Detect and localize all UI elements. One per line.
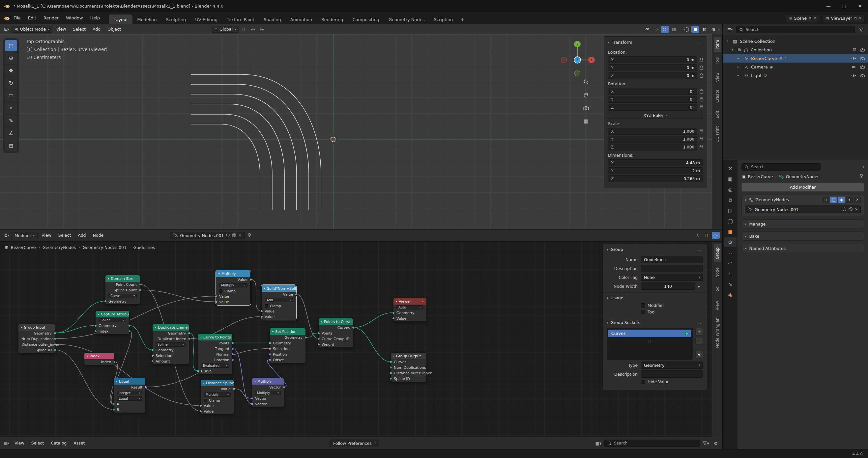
hide-value-checkbox[interactable]: Hide Value bbox=[641, 379, 670, 384]
add-modifier-button[interactable]: Add Modifier bbox=[741, 183, 864, 192]
socket-in[interactable] bbox=[390, 377, 392, 380]
dropdown[interactable]: Evaluated▾ bbox=[201, 363, 229, 368]
viewport-menu-object[interactable]: Object bbox=[104, 25, 124, 33]
node-capture-attribute[interactable]: ▾Capture AttributeSpline▾GeometryIndex bbox=[95, 310, 129, 334]
node-socket-row-value[interactable]: Value bbox=[201, 403, 234, 408]
filter-icon[interactable]: ▾ bbox=[702, 439, 710, 447]
tool-move-icon[interactable]: ✥ bbox=[5, 65, 17, 76]
workspace-tab-rendering[interactable]: Rendering bbox=[317, 14, 348, 24]
node-collapse-icon[interactable]: ▾ bbox=[272, 330, 274, 333]
render-visibility-icon[interactable] bbox=[860, 65, 865, 69]
socket-out[interactable] bbox=[231, 342, 234, 345]
panel-grip-icon[interactable]: :::: bbox=[697, 321, 703, 324]
sidebar-tab-node[interactable]: Node bbox=[714, 264, 721, 281]
socket-type-dropdown[interactable]: Geometry▾ bbox=[641, 362, 703, 369]
menu-help[interactable]: Help bbox=[87, 14, 104, 22]
workspace-tab-scripting[interactable]: Scripting bbox=[429, 14, 458, 24]
shelf-menu-catalog[interactable]: Catalog bbox=[48, 439, 69, 447]
dropdown[interactable]: Multiply▾ bbox=[219, 283, 247, 288]
node-enum-spline[interactable]: Spline▾ bbox=[96, 318, 129, 323]
modifier-wrench-icon[interactable]: ⚙ bbox=[779, 56, 782, 61]
panel-collapse-icon[interactable]: ▾ bbox=[607, 296, 608, 300]
outliner-row-camera[interactable]: ▸ ◬ Camera ◉ bbox=[723, 63, 868, 71]
workspace-tab-compositing[interactable]: Compositing bbox=[348, 14, 384, 24]
lock-icon[interactable] bbox=[700, 130, 703, 133]
unlink-icon[interactable]: ✕ bbox=[855, 207, 858, 212]
outliner-row-light[interactable]: ▸ ☼ Light ❍ bbox=[723, 71, 868, 80]
socket-out[interactable] bbox=[128, 330, 131, 332]
show-overlays-icon[interactable]: ◌▾ bbox=[661, 26, 669, 33]
shading-rendered-icon[interactable]: ◑ bbox=[709, 26, 717, 33]
location-y-field[interactable]: Y0 m bbox=[608, 64, 697, 71]
node-socket-row-value[interactable]: Value bbox=[201, 386, 234, 392]
panel-collapse-icon[interactable]: ▾ bbox=[608, 41, 610, 44]
exclude-checkbox[interactable] bbox=[738, 48, 741, 52]
modifier-close-icon[interactable]: ✕ bbox=[854, 197, 861, 203]
geometry-nodes-icon[interactable]: ∴ bbox=[784, 56, 786, 61]
node-points-to-curves[interactable]: ▾Points to CurvesCurvesPointsCurve Group… bbox=[318, 318, 353, 348]
node-enum-integer[interactable]: Integer▾ bbox=[114, 390, 145, 396]
properties-options-icon[interactable]: ▾ bbox=[862, 165, 864, 169]
shelf-options-gear-icon[interactable]: ⚙ bbox=[712, 439, 720, 447]
breadcrumb-modifier[interactable]: GeometryNodes bbox=[786, 174, 819, 179]
node-socket-row-distance-outer-inner[interactable]: Distance outer_inner bbox=[391, 370, 427, 376]
tool-rotate-icon[interactable]: ↻ bbox=[5, 77, 17, 89]
socket-in[interactable] bbox=[197, 370, 199, 372]
scene-selector[interactable]: ◲ Scene ⧉ ✕ bbox=[786, 14, 819, 22]
node-socket-row-geometry[interactable]: Geometry bbox=[270, 340, 306, 346]
node-menu-view[interactable]: View bbox=[38, 231, 54, 239]
dimensions-z-field[interactable]: Z0.265 m bbox=[608, 175, 703, 182]
expand-icon[interactable]: ▾ bbox=[732, 48, 736, 52]
socket-out[interactable] bbox=[54, 332, 56, 334]
sidebar-tab-tool[interactable]: Tool bbox=[714, 283, 721, 296]
location-z-field[interactable]: Z0 m bbox=[608, 72, 697, 79]
menu-render[interactable]: Render bbox=[40, 14, 62, 22]
socket-out[interactable] bbox=[295, 293, 298, 296]
menu-edit[interactable]: Edit bbox=[24, 14, 40, 22]
node-socket-row-geometry[interactable]: Geometry bbox=[270, 335, 306, 340]
panel-collapse-icon[interactable]: ▾ bbox=[607, 248, 608, 251]
socket-in[interactable] bbox=[390, 361, 392, 363]
socket-out[interactable] bbox=[232, 388, 235, 390]
viewer-active-icon[interactable] bbox=[421, 300, 424, 303]
socket-in[interactable] bbox=[317, 332, 320, 334]
node-socket-row-index[interactable]: Index bbox=[84, 359, 114, 365]
gizmo-neg-y-axis[interactable] bbox=[575, 71, 580, 76]
lock-icon[interactable] bbox=[700, 91, 703, 94]
panel-manage[interactable]: ▸ Manage bbox=[741, 219, 864, 229]
socket-in[interactable] bbox=[390, 372, 392, 374]
add-workspace-button[interactable]: + bbox=[457, 14, 468, 24]
group-sockets-list[interactable]: Curves |||| bbox=[607, 328, 693, 360]
node-collapse-icon[interactable]: ▾ bbox=[393, 355, 395, 358]
proportional-editing-icon[interactable]: ◎ bbox=[258, 26, 266, 33]
socket-out[interactable] bbox=[54, 337, 56, 340]
tab-view-layer[interactable]: ⧉ bbox=[724, 195, 737, 205]
node-socket-row-point-count[interactable]: Point Count bbox=[105, 282, 140, 288]
gizmo-neg-x-axis[interactable] bbox=[561, 57, 567, 63]
tab-constraints[interactable]: ⊂ bbox=[724, 269, 737, 279]
node-socket-row-value[interactable]: Value bbox=[216, 294, 250, 299]
node-checkbox-clamp[interactable]: Clamp bbox=[262, 303, 296, 308]
tool-cursor-icon[interactable]: ⊕ bbox=[5, 52, 17, 64]
filter-icon[interactable] bbox=[857, 26, 865, 33]
node-enum-multiply[interactable]: Multiply▾ bbox=[216, 283, 250, 288]
lock-icon[interactable] bbox=[700, 75, 703, 78]
node-socket-row-geometry[interactable]: Geometry bbox=[153, 331, 189, 336]
socket-in[interactable] bbox=[251, 403, 253, 405]
rotation-y-field[interactable]: Y0° bbox=[608, 96, 697, 103]
expand-icon[interactable]: ▸ bbox=[738, 74, 741, 77]
node-menu-add[interactable]: Add bbox=[75, 231, 89, 239]
node-checkbox-clamp[interactable]: Clamp bbox=[216, 288, 250, 294]
checkbox-icon[interactable]: ☑ bbox=[853, 48, 856, 52]
viewlayer-selector[interactable]: ▤ ViewLayer ⧉ ✕ bbox=[823, 14, 865, 22]
shading-dropdown-icon[interactable]: ▾ bbox=[718, 28, 720, 31]
node-collapse-icon[interactable]: ▾ bbox=[254, 380, 256, 383]
zoom-icon[interactable] bbox=[582, 78, 590, 86]
socket-in[interactable] bbox=[112, 403, 115, 405]
socket-in[interactable] bbox=[151, 349, 154, 351]
node-canvas[interactable]: ▾Group InputGeometryNum DuplicationsDist… bbox=[0, 242, 722, 437]
expand-icon[interactable]: ▸ bbox=[738, 57, 741, 60]
sidebar-tab-view[interactable]: View bbox=[714, 298, 721, 313]
render-visibility-icon[interactable] bbox=[860, 57, 865, 60]
fake-user-shield-icon[interactable] bbox=[226, 233, 230, 237]
